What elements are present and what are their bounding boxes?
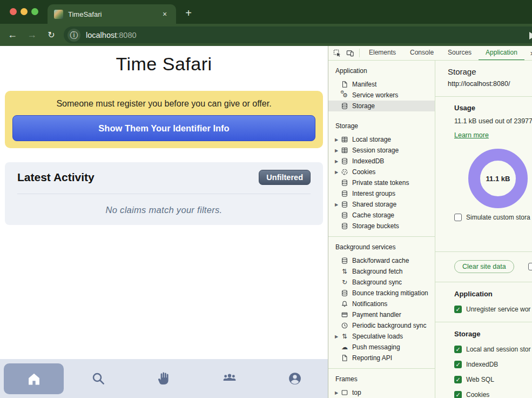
devtools-toolbar: Elements Console Sources Application » <box>328 46 532 61</box>
expand-arrow-icon[interactable]: ▶ <box>333 159 340 164</box>
tree-item-background-sync[interactable]: ↻ Background sync <box>328 277 435 288</box>
bottom-navigation <box>0 359 328 398</box>
tree-item-speculative-loads[interactable]: ▶ ⇅ Speculative loads <box>328 331 435 342</box>
checkbox-checked[interactable]: ✓ <box>454 376 462 383</box>
device-toolbar-icon[interactable] <box>346 49 354 57</box>
checkbox-unchecked[interactable] <box>528 263 532 270</box>
tree-item-bounce-tracking[interactable]: Bounce tracking mitigation <box>328 288 435 298</box>
tree-item-storage-buckets[interactable]: Storage buckets <box>328 221 435 231</box>
tree-item-interest-groups[interactable]: Interest groups <box>328 188 435 199</box>
learn-more-link[interactable]: Learn more <box>454 131 489 139</box>
tab-console[interactable]: Console <box>403 46 441 61</box>
tree-item-periodic-background-sync[interactable]: Periodic background sync <box>328 320 435 331</box>
tree-item-indexeddb[interactable]: ▶ IndexedDB <box>328 156 435 167</box>
maximize-window-button[interactable] <box>31 8 38 15</box>
tree-item-back-forward-cache[interactable]: Back/forward cache <box>328 255 435 266</box>
panel-title: Storage <box>448 61 532 76</box>
tree-item-payment-handler[interactable]: Payment handler <box>328 309 435 320</box>
tab-application[interactable]: Application <box>479 46 524 61</box>
tree-item-cookies[interactable]: ▶ Cookies <box>328 167 435 177</box>
sidebar-section-application: Application <box>328 61 435 79</box>
page-content: Time Safari Someone must register you be… <box>0 46 328 398</box>
new-tab-button[interactable]: + <box>181 6 196 21</box>
address-bar[interactable]: ⓘ localhost:8080 <box>64 26 532 43</box>
alert-message: Someone must register you before you can… <box>12 99 315 109</box>
tree-item-manifest[interactable]: Manifest <box>328 79 435 90</box>
inspect-element-icon[interactable] <box>333 49 341 57</box>
tab-close-icon[interactable]: × <box>160 10 170 18</box>
tree-item-cache-storage[interactable]: Cache storage <box>328 210 435 221</box>
expand-arrow-icon[interactable]: ▶ <box>333 148 340 153</box>
more-tabs-icon[interactable]: » <box>530 48 532 57</box>
tree-item-storage[interactable]: Storage <box>328 101 435 111</box>
checkbox-label: Simulate custom stora <box>466 214 530 221</box>
donut-center-label: 11.1 kB <box>486 175 510 183</box>
database-icon <box>340 256 349 265</box>
database-icon <box>340 189 349 198</box>
registration-alert: Someone must register you before you can… <box>5 91 323 148</box>
tree-item-label: Back/forward cache <box>352 257 409 264</box>
expand-arrow-icon[interactable]: ▶ <box>333 334 340 339</box>
nav-search[interactable] <box>65 359 131 398</box>
tree-item-shared-storage[interactable]: ▶ Shared storage <box>328 199 435 210</box>
tree-item-private-state-tokens[interactable]: Private state tokens <box>328 177 435 188</box>
simulate-quota-row[interactable]: Simulate custom stora <box>454 214 532 221</box>
expand-arrow-icon[interactable]: ▶ <box>333 202 340 207</box>
checkbox-unchecked[interactable] <box>454 214 462 221</box>
tree-item-service-workers[interactable]: ⚙⚙ Service workers <box>328 90 435 101</box>
database-icon <box>340 289 349 297</box>
clear-site-data-button[interactable]: Clear site data <box>454 260 514 273</box>
frame-icon <box>340 388 349 397</box>
nav-contacts[interactable] <box>197 359 262 398</box>
panel-divider <box>435 96 532 97</box>
tab-title: TimeSafari <box>68 10 160 18</box>
back-button[interactable]: ← <box>5 28 19 42</box>
checkbox-checked[interactable]: ✓ <box>454 306 462 313</box>
nav-home[interactable] <box>0 359 65 398</box>
tab-sources[interactable]: Sources <box>441 46 479 61</box>
indexeddb-row[interactable]: ✓ IndexedDB <box>454 361 532 368</box>
unregister-sw-row[interactable]: ✓ Unregister service wor <box>454 306 532 313</box>
hand-icon <box>157 371 172 386</box>
expand-arrow-icon[interactable]: ▶ <box>333 137 340 142</box>
latest-activity-heading: Latest Activity <box>17 171 95 184</box>
storage-usage-donut: 11.1 kB <box>468 149 528 208</box>
close-window-button[interactable] <box>10 8 17 15</box>
tree-item-reporting-api[interactable]: Reporting API <box>328 353 435 363</box>
checkbox-label: IndexedDB <box>466 361 498 368</box>
tree-item-push-messaging[interactable]: ☁ Push messaging <box>328 342 435 353</box>
expand-arrow-icon[interactable]: ▶ <box>333 390 340 395</box>
tree-item-label: Notifications <box>352 300 387 308</box>
tree-item-top-frame[interactable]: ▶ top <box>328 387 435 398</box>
minimize-window-button[interactable] <box>21 8 28 15</box>
cookies-row[interactable]: ✓ Cookies <box>454 391 532 398</box>
local-session-storage-row[interactable]: ✓ Local and session stor <box>454 346 532 353</box>
tab-elements[interactable]: Elements <box>362 46 403 61</box>
tree-item-notifications[interactable]: Notifications <box>328 298 435 309</box>
home-active-pill[interactable] <box>4 363 64 394</box>
site-info-icon[interactable]: ⓘ <box>68 29 80 42</box>
show-identifier-info-button[interactable]: Show Them Your Identifier Info <box>12 115 315 141</box>
expand-arrow-icon[interactable]: ▶ <box>333 170 340 175</box>
reload-button[interactable]: ↻ <box>44 28 58 42</box>
database-icon <box>340 157 349 165</box>
application-section-heading: Application <box>454 290 532 298</box>
checkbox-checked[interactable]: ✓ <box>454 346 462 353</box>
home-icon <box>26 372 42 387</box>
tree-item-background-fetch[interactable]: ⇅ Background fetch <box>328 266 435 277</box>
tree-item-session-storage[interactable]: ▶ Session storage <box>328 145 435 156</box>
unfiltered-button[interactable]: Unfiltered <box>259 170 311 185</box>
checkbox-checked[interactable]: ✓ <box>454 361 462 368</box>
tree-item-label: top <box>352 389 361 396</box>
include-third-party-row[interactable]: in <box>528 263 532 270</box>
tree-item-label: Payment handler <box>352 311 401 319</box>
browser-tab[interactable]: TimeSafari × <box>48 4 176 24</box>
websql-row[interactable]: ✓ Web SQL <box>454 376 532 383</box>
cloud-icon: ☁ <box>340 343 349 351</box>
nav-projects[interactable] <box>131 359 197 398</box>
checkbox-label: Web SQL <box>466 376 494 383</box>
nav-profile[interactable] <box>262 359 328 398</box>
tree-item-label: Storage buckets <box>352 222 399 230</box>
checkbox-checked[interactable]: ✓ <box>454 391 462 398</box>
tree-item-local-storage[interactable]: ▶ Local storage <box>328 134 435 145</box>
